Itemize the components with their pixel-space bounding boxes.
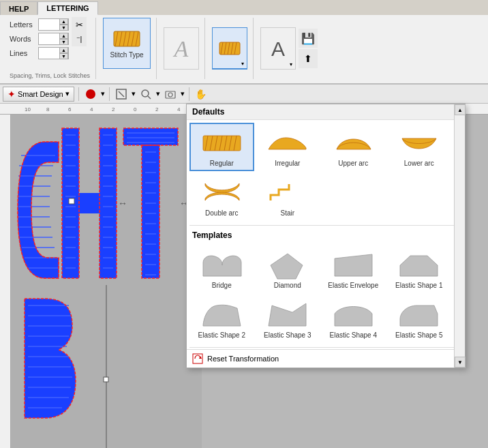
scissors-icon[interactable]: ✂ bbox=[72, 17, 87, 32]
svg-text:6: 6 bbox=[68, 106, 72, 113]
svg-text:A: A bbox=[173, 36, 189, 61]
bridge-icon bbox=[200, 250, 244, 281]
shape-lower-arc[interactable]: Lower arc bbox=[387, 123, 452, 171]
arc-shape-btn[interactable] bbox=[212, 27, 247, 70]
arc-section bbox=[207, 18, 254, 79]
letters-input[interactable]: 3 bbox=[39, 20, 59, 29]
needle-icon[interactable]: ⁻| bbox=[72, 31, 87, 46]
transform-btn[interactable]: A bbox=[260, 27, 296, 70]
stitch-type-icon bbox=[112, 29, 141, 49]
secondary-toolbar: ✦ Smart Design ▾ ▾ ▾ ▾ ▾ ✋ bbox=[0, 85, 488, 104]
lines-spinner[interactable]: 120% ▲ ▼ bbox=[38, 47, 69, 59]
red-circle-btn[interactable] bbox=[83, 87, 98, 102]
scroll-up-btn[interactable]: ▲ bbox=[455, 104, 466, 115]
templates-grid: Bridge Diamond bbox=[187, 242, 465, 346]
svg-text:A: A bbox=[271, 38, 285, 60]
spacing-section: Letters 3 ▲ ▼ ✂ Words 50% bbox=[4, 18, 96, 79]
regular-icon bbox=[200, 130, 244, 156]
svg-line-17 bbox=[119, 91, 124, 97]
export-icon[interactable]: ⬆ bbox=[299, 49, 318, 68]
svg-rect-76 bbox=[69, 198, 74, 204]
italic-a-icon: A bbox=[172, 36, 191, 61]
lines-input[interactable]: 120% bbox=[39, 49, 59, 57]
lines-up[interactable]: ▲ bbox=[59, 47, 68, 53]
text-style-section: A bbox=[158, 18, 205, 79]
svg-text:8: 8 bbox=[46, 106, 50, 113]
svg-rect-78 bbox=[142, 145, 159, 278]
elastic-shape-5-icon bbox=[397, 300, 441, 331]
words-label: Words bbox=[10, 35, 35, 43]
tab-help[interactable]: HELP bbox=[0, 1, 37, 15]
italic-text-btn[interactable]: A bbox=[164, 27, 199, 70]
shape-elastic-shape-3[interactable]: Elastic Shape 3 bbox=[256, 295, 320, 343]
svg-text:2: 2 bbox=[112, 106, 115, 113]
svg-text:2: 2 bbox=[155, 106, 159, 113]
words-spinner[interactable]: 50% ▲ ▼ bbox=[38, 33, 69, 45]
lower-arc-icon bbox=[397, 130, 441, 156]
elastic-shape-4-icon bbox=[331, 300, 376, 331]
svg-text:10: 10 bbox=[25, 106, 31, 113]
templates-title: Templates bbox=[187, 227, 465, 242]
panel-scrollbar: ▲ ▼ bbox=[454, 104, 465, 368]
elastic-shape-1-icon bbox=[397, 250, 441, 281]
panel-header: Defaults bbox=[187, 104, 465, 120]
stitch-type-label: Stitch Type bbox=[110, 51, 143, 59]
letters-up[interactable]: ▲ bbox=[59, 18, 68, 25]
svg-text:0: 0 bbox=[134, 106, 137, 113]
transform-a-icon: A bbox=[266, 35, 290, 61]
svg-marker-121 bbox=[271, 254, 303, 279]
save-icon[interactable]: 💾 bbox=[299, 29, 318, 48]
stitch-type-btn[interactable]: Stitch Type bbox=[103, 18, 151, 69]
shape-elastic-shape-4[interactable]: Elastic Shape 4 bbox=[321, 295, 386, 343]
shape-double-arc[interactable]: Double arc bbox=[189, 173, 254, 221]
shape-elastic-shape-5[interactable]: Elastic Shape 5 bbox=[387, 295, 452, 343]
ruler-vertical bbox=[0, 115, 11, 448]
words-down[interactable]: ▼ bbox=[59, 39, 68, 45]
shape-upper-arc[interactable]: Upper arc bbox=[321, 123, 386, 171]
shape-bridge[interactable]: Bridge bbox=[189, 245, 254, 293]
zoom-btn[interactable] bbox=[138, 87, 153, 102]
shape-diamond[interactable]: Diamond bbox=[256, 245, 320, 293]
shape-irregular[interactable]: Irregular bbox=[256, 123, 320, 171]
stair-icon bbox=[265, 180, 309, 206]
scroll-down-btn[interactable]: ▼ bbox=[455, 357, 466, 368]
hand-tool-btn[interactable]: ✋ bbox=[194, 87, 209, 102]
irregular-icon bbox=[265, 130, 309, 156]
svg-rect-111 bbox=[104, 377, 108, 382]
shape-elastic-envelope[interactable]: Elastic Envelope bbox=[321, 245, 386, 293]
main-area: 10 8 6 4 2 0 2 4 bbox=[0, 104, 488, 448]
tab-lettering[interactable]: LETTERING bbox=[37, 1, 97, 15]
shape-elastic-shape-1[interactable]: Elastic Shape 1 bbox=[387, 245, 452, 293]
defaults-shapes-container: Regular Irregular bbox=[189, 123, 451, 221]
stitch-type-section: Stitch Type bbox=[97, 18, 157, 79]
diamond-icon bbox=[265, 250, 309, 281]
shape-elastic-shape-2[interactable]: Elastic Shape 2 bbox=[189, 295, 254, 343]
svg-text:↔: ↔ bbox=[118, 198, 127, 209]
magic-wand-icon: ✦ bbox=[7, 89, 16, 100]
words-up[interactable]: ▲ bbox=[59, 33, 68, 39]
camera-btn[interactable] bbox=[163, 87, 178, 102]
shape-stair[interactable]: Stair bbox=[256, 173, 320, 221]
reset-transformation-btn[interactable]: Reset Transformation bbox=[187, 349, 465, 368]
shape-regular[interactable]: Regular bbox=[189, 123, 254, 171]
svg-point-21 bbox=[168, 93, 172, 97]
words-input[interactable]: 50% bbox=[39, 35, 59, 43]
letters-spinner[interactable]: 3 ▲ ▼ bbox=[38, 18, 69, 31]
svg-rect-44 bbox=[100, 128, 117, 278]
svg-rect-45 bbox=[79, 193, 100, 213]
defaults-grid: Regular Irregular bbox=[187, 120, 465, 224]
svg-point-18 bbox=[142, 90, 149, 97]
defaults-panel: Defaults ▲ ▼ bbox=[186, 104, 466, 368]
letters-down[interactable]: ▼ bbox=[59, 25, 68, 31]
lines-label: Lines bbox=[10, 49, 35, 57]
upper-arc-icon bbox=[331, 130, 376, 156]
letters-label: Letters bbox=[10, 20, 35, 29]
svg-line-19 bbox=[148, 96, 151, 99]
spacing-label: Spacing, Trims, Lock Stitches bbox=[10, 71, 90, 79]
smart-design-btn[interactable]: ✦ Smart Design ▾ bbox=[3, 87, 74, 102]
elastic-shape-3-icon bbox=[265, 300, 309, 331]
arc-icon bbox=[218, 37, 241, 60]
lines-down[interactable]: ▼ bbox=[59, 53, 68, 59]
select-tool-btn[interactable] bbox=[114, 87, 129, 102]
scrollbar-track[interactable] bbox=[455, 115, 465, 357]
